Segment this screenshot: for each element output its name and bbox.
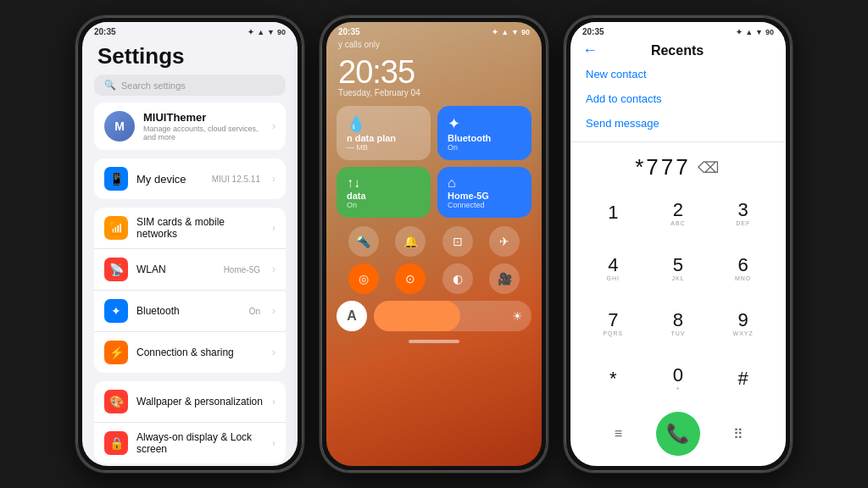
key-num-3: 3 [738, 201, 748, 219]
chevron-right-icon: › [272, 305, 275, 317]
bt-tile-sub: On [448, 143, 521, 152]
key-7[interactable]: 7 PQRS [581, 297, 646, 352]
key-num-star: * [609, 369, 617, 388]
cc-tile-wifi[interactable]: ⌂ Home-5G Connected [437, 167, 531, 218]
data-tile-label: n data plan [347, 133, 420, 143]
settings-item-bluetooth[interactable]: ✦ Bluetooth On › [94, 291, 286, 332]
search-bar[interactable]: 🔍 Search settings [94, 75, 286, 96]
cc-brightness-slider[interactable]: ☀ [374, 301, 531, 331]
dialer-title: Recents [606, 43, 748, 58]
key-num-0: 0 [673, 366, 683, 385]
key-letters-8: TUV [670, 330, 685, 336]
settings-item-sim[interactable]: 📶 SIM cards & mobile networks › [94, 208, 286, 249]
profile-desc: Manage accounts, cloud services, and mor… [143, 125, 264, 141]
cc-airplane-btn[interactable]: ✈ [489, 226, 520, 257]
keypad: 1 2 ABC 3 DEF 4 GHI 5 JKL [570, 186, 786, 407]
key-letters-0: + [676, 385, 680, 391]
chevron-right-icon: › [272, 263, 275, 275]
key-3[interactable]: 3 DEF [710, 186, 776, 241]
dialer-bottom-bar: ≡ 📞 ⠿ [570, 407, 786, 466]
cc-time-display: 20:35 Tuesday, February 04 [326, 54, 542, 101]
backspace-button[interactable]: ⌫ [698, 158, 721, 177]
cc-letter-btn[interactable]: A [337, 301, 367, 331]
cc-dnd-btn[interactable]: 🔔 [395, 226, 426, 257]
status-icons-3: ✦ ▲ ▼ 90 [736, 28, 774, 36]
key-num-2: 2 [673, 201, 683, 219]
settings-item-aod[interactable]: 🔒 Always-on display & Lock screen › [94, 423, 286, 463]
key-num-6: 6 [738, 256, 748, 274]
cc-tile-bluetooth[interactable]: ✦ Bluetooth On [437, 106, 531, 160]
cc-home-indicator [326, 335, 542, 348]
search-icon: 🔍 [104, 80, 116, 91]
cc-eye-btn[interactable]: ◐ [442, 263, 473, 294]
status-bar-dialer: 20:35 ✦ ▲ ▼ 90 [570, 22, 786, 38]
key-5[interactable]: 5 JKL [646, 241, 711, 296]
key-num-4: 4 [608, 256, 618, 274]
key-0[interactable]: 0 + [646, 352, 711, 407]
key-6[interactable]: 6 MNO [710, 241, 776, 296]
dialer-number-display: *777 ⌫ [570, 146, 786, 186]
settings-content: Settings 🔍 Search settings M MIUIThemer … [82, 38, 298, 466]
cc-focusmode-btn[interactable]: ⊙ [395, 263, 426, 294]
cc-location-btn[interactable]: ◎ [348, 263, 379, 294]
back-button[interactable]: ← [582, 42, 598, 59]
bluetooth-label: Bluetooth [136, 305, 241, 317]
wallpaper-label: Wallpaper & personalization [136, 396, 264, 408]
cc-flashlight-btn[interactable]: 🔦 [348, 226, 379, 257]
key-1[interactable]: 1 [581, 186, 646, 241]
bluetooth-status-icon: ✦ [248, 28, 254, 36]
device-version: MIUI 12.5.11 [212, 175, 260, 184]
key-hash[interactable]: # [710, 352, 776, 407]
send-message-link[interactable]: Send message [586, 117, 771, 130]
key-8[interactable]: 8 TUV [646, 297, 711, 352]
keypad-menu-btn[interactable]: ≡ [601, 417, 635, 451]
wallpaper-icon: 🎨 [104, 390, 128, 413]
key-2[interactable]: 2 ABC [646, 186, 711, 241]
dialed-number: *777 [635, 154, 691, 180]
call-button[interactable]: 📞 [656, 412, 700, 456]
brightness-icon: ☀ [512, 309, 523, 323]
cc-tile-mobile-data[interactable]: ↑↓ data On [337, 167, 431, 218]
recents-links-list: New contact Add to contacts Send message [570, 64, 786, 142]
bt-tile-icon: ✦ [448, 114, 460, 133]
chevron-right-icon: › [272, 437, 275, 449]
cc-tile-data[interactable]: 💧 n data plan — MB [337, 106, 431, 160]
chevron-right-icon: › [272, 347, 275, 358]
bluetooth-value: On [249, 307, 260, 316]
page-title: Settings [82, 38, 298, 75]
key-num-7: 7 [608, 311, 618, 330]
search-placeholder: Search settings [121, 80, 186, 91]
cc-date: Tuesday, February 04 [338, 88, 530, 97]
sig-icon: ▲ [501, 28, 509, 36]
phone-settings: 20:35 ✦ ▲ ▼ 90 Settings 🔍 Search setting… [75, 15, 304, 473]
add-to-contacts-link[interactable]: Add to contacts [586, 92, 771, 105]
key-4[interactable]: 4 GHI [581, 241, 646, 296]
cc-cast-btn[interactable]: ⊡ [442, 226, 473, 257]
mobile-data-icon: ↑↓ [347, 175, 360, 191]
sig-icon3: ▲ [745, 28, 753, 36]
key-star[interactable]: * [581, 352, 646, 407]
settings-item-connection[interactable]: ⚡ Connection & sharing › [94, 332, 286, 373]
cc-video-btn[interactable]: 🎥 [489, 263, 520, 294]
device-label: My device [136, 173, 203, 186]
profile-info: MIUIThemer Manage accounts, cloud servic… [143, 111, 264, 141]
control-center-screen: 20:35 ✦ ▲ ▼ 90 y calls only 20:35 Tuesda… [326, 22, 542, 466]
status-time-3: 20:35 [582, 27, 604, 36]
dialpad-grid-btn[interactable]: ⠿ [721, 417, 755, 451]
settings-list-1: 📶 SIM cards & mobile networks › 📡 WLAN H… [94, 208, 286, 373]
device-row[interactable]: 📱 My device MIUI 12.5.11 › [94, 158, 286, 199]
cc-header-text: y calls only [326, 38, 542, 54]
connection-label: Connection & sharing [136, 347, 264, 358]
sim-icon: 📶 [104, 216, 128, 240]
chevron-right-icon: › [272, 120, 275, 132]
settings-item-wallpaper[interactable]: 🎨 Wallpaper & personalization › [94, 381, 286, 423]
cc-bottom-row: A ☀ [326, 297, 542, 335]
avatar: M [104, 111, 135, 141]
settings-item-wlan[interactable]: 📡 WLAN Home-5G › [94, 249, 286, 291]
bat-icon: 90 [521, 28, 530, 36]
key-num-1: 1 [608, 203, 618, 222]
new-contact-link[interactable]: New contact [586, 68, 771, 80]
key-9[interactable]: 9 WXYZ [710, 297, 776, 352]
profile-row[interactable]: M MIUIThemer Manage accounts, cloud serv… [94, 103, 286, 150]
cc-brightness-fill [374, 301, 460, 331]
